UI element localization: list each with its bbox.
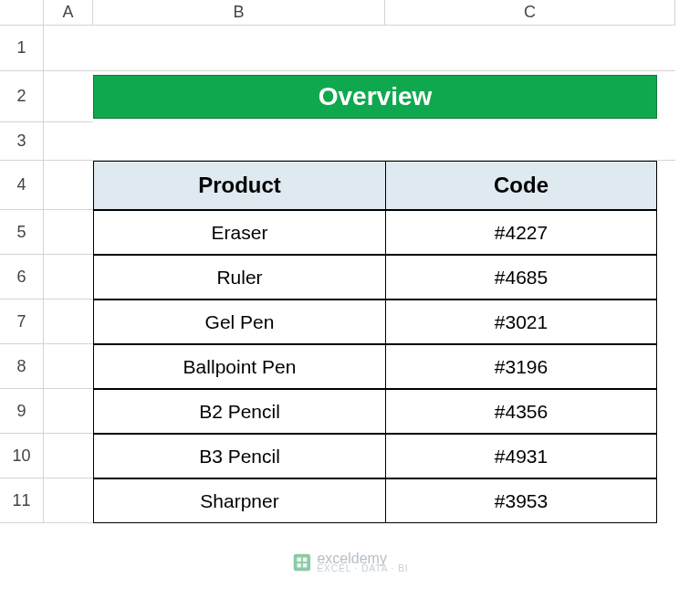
table-row[interactable]: #4685 [385, 255, 657, 300]
exceldemy-icon [291, 552, 311, 573]
table-row[interactable]: #4227 [385, 210, 657, 255]
table-row[interactable]: #3021 [385, 300, 657, 344]
corner-cell[interactable] [0, 0, 44, 26]
svg-rect-0 [293, 554, 309, 571]
cell-b3[interactable] [93, 122, 385, 161]
overview-banner[interactable]: Overview [93, 75, 657, 119]
row-header-8[interactable]: 8 [0, 344, 44, 389]
cell-a5[interactable] [44, 210, 93, 255]
svg-rect-3 [297, 563, 301, 568]
row-header-5[interactable]: 5 [0, 210, 44, 255]
row-header-4[interactable]: 4 [0, 161, 44, 210]
svg-rect-2 [302, 558, 307, 562]
cell-a1[interactable] [44, 26, 93, 71]
cell-a7[interactable] [44, 300, 93, 344]
cell-c3[interactable] [385, 122, 675, 161]
watermark: exceldemy EXCEL · DATA · BI [291, 552, 408, 573]
table-row[interactable]: B2 Pencil [93, 389, 385, 434]
cell-a11[interactable] [44, 478, 93, 523]
table-header-product[interactable]: Product [93, 161, 385, 210]
row-header-10[interactable]: 10 [0, 434, 44, 478]
table-row[interactable]: #3953 [385, 478, 657, 523]
col-header-a[interactable]: A [44, 0, 93, 26]
table-row[interactable]: #4931 [385, 434, 657, 478]
row-header-1[interactable]: 1 [0, 26, 44, 71]
row-header-3[interactable]: 3 [0, 122, 44, 161]
svg-rect-1 [297, 558, 301, 562]
cell-a3[interactable] [44, 122, 93, 161]
svg-rect-4 [302, 563, 307, 568]
cell-b1[interactable] [93, 26, 385, 71]
row-header-9[interactable]: 9 [0, 389, 44, 434]
table-row[interactable]: Gel Pen [93, 300, 385, 344]
table-row[interactable]: Ballpoint Pen [93, 344, 385, 389]
watermark-tagline: EXCEL · DATA · BI [317, 564, 408, 573]
row-header-6[interactable]: 6 [0, 255, 44, 300]
table-header-code[interactable]: Code [385, 161, 657, 210]
table-row[interactable]: #3196 [385, 344, 657, 389]
table-row[interactable]: Eraser [93, 210, 385, 255]
col-header-b[interactable]: B [93, 0, 385, 26]
row-header-7[interactable]: 7 [0, 300, 44, 344]
table-row[interactable]: B3 Pencil [93, 434, 385, 478]
cell-a10[interactable] [44, 434, 93, 478]
cell-a8[interactable] [44, 344, 93, 389]
cell-a2[interactable] [44, 71, 93, 122]
cell-a6[interactable] [44, 255, 93, 300]
table-row[interactable]: Sharpner [93, 478, 385, 523]
table-row[interactable]: #4356 [385, 389, 657, 434]
table-row[interactable]: Ruler [93, 255, 385, 300]
cell-c1[interactable] [385, 26, 675, 71]
col-header-c[interactable]: C [385, 0, 675, 26]
row-header-2[interactable]: 2 [0, 71, 44, 122]
spreadsheet-grid: A B C 1 2 Overview 3 4 Product Code 5 Er… [0, 0, 700, 523]
cell-a4[interactable] [44, 161, 93, 210]
cell-a9[interactable] [44, 389, 93, 434]
row-header-11[interactable]: 11 [0, 478, 44, 523]
